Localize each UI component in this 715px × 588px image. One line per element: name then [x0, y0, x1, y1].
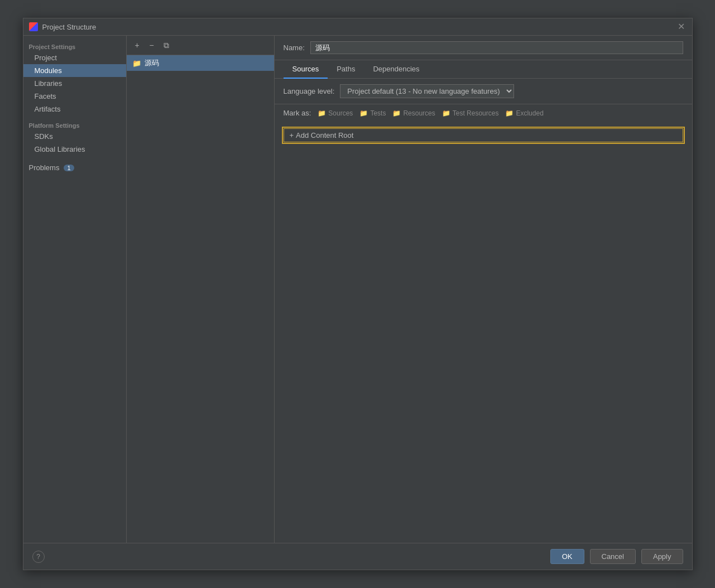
- mark-as-label: Mark as:: [284, 109, 311, 117]
- add-icon: +: [290, 131, 294, 139]
- mark-as-test-resources[interactable]: 📁 Test Resources: [442, 109, 499, 117]
- mark-as-resources[interactable]: 📁 Resources: [392, 109, 435, 117]
- module-list: 📁 源码: [127, 55, 274, 543]
- bottom-left: ?: [32, 551, 45, 563]
- copy-module-button[interactable]: ⧉: [160, 39, 172, 51]
- folder-icon: 📁: [132, 59, 141, 68]
- tab-dependencies[interactable]: Dependencies: [364, 60, 428, 79]
- apply-button[interactable]: Apply: [641, 549, 683, 564]
- tabs-row: Sources Paths Dependencies: [275, 60, 692, 79]
- mark-as-tests[interactable]: 📁 Tests: [359, 109, 386, 117]
- tab-sources[interactable]: Sources: [284, 60, 328, 79]
- test-resources-folder-icon: 📁: [442, 109, 450, 117]
- problems-badge: 1: [64, 165, 74, 171]
- sidebar: Project Settings Project Modules Librari…: [23, 36, 127, 543]
- name-input[interactable]: [310, 41, 683, 54]
- tests-folder-icon: 📁: [359, 109, 368, 117]
- sidebar-item-artifacts[interactable]: Artifacts: [23, 103, 126, 115]
- project-settings-label: Project Settings: [23, 41, 126, 51]
- content-main: [275, 149, 692, 543]
- dialog-body: Project Settings Project Modules Librari…: [23, 36, 692, 543]
- app-icon: [29, 22, 38, 31]
- help-button[interactable]: ?: [32, 551, 45, 563]
- mark-as-sources[interactable]: 📁 Sources: [318, 109, 353, 117]
- title-bar: Project Structure ✕: [23, 18, 692, 36]
- sidebar-item-sdks[interactable]: SDKs: [23, 130, 126, 143]
- sidebar-item-project[interactable]: Project: [23, 51, 126, 64]
- project-structure-dialog: Project Structure ✕ Project Settings Pro…: [23, 18, 693, 570]
- excluded-folder-icon: 📁: [505, 109, 514, 117]
- ok-button[interactable]: OK: [550, 549, 584, 564]
- add-module-button[interactable]: +: [131, 39, 143, 51]
- mark-as-row: Mark as: 📁 Sources 📁 Tests 📁 Resources 📁…: [275, 104, 692, 122]
- module-item[interactable]: 📁 源码: [127, 55, 274, 71]
- title-bar-left: Project Structure: [29, 22, 97, 31]
- problems-row[interactable]: Problems 1: [23, 161, 126, 174]
- add-content-root-button[interactable]: + Add Content Root: [284, 128, 683, 142]
- tab-paths[interactable]: Paths: [328, 60, 364, 79]
- module-panel: + − ⧉ 📁 源码: [127, 36, 275, 543]
- sidebar-item-facets[interactable]: Facets: [23, 90, 126, 103]
- module-name: 源码: [145, 58, 159, 68]
- sidebar-item-global-libraries[interactable]: Global Libraries: [23, 143, 126, 156]
- name-row: Name:: [275, 36, 692, 60]
- sources-folder-icon: 📁: [318, 109, 326, 117]
- platform-settings-label: Platform Settings: [23, 120, 126, 130]
- language-level-label: Language level:: [284, 87, 335, 95]
- bottom-bar: ? OK Cancel Apply: [23, 543, 692, 570]
- language-level-row: Language level: Project default (13 - No…: [275, 79, 692, 104]
- close-button[interactable]: ✕: [676, 22, 687, 32]
- module-toolbar: + − ⧉: [127, 36, 274, 55]
- remove-module-button[interactable]: −: [146, 39, 158, 51]
- name-label: Name:: [284, 44, 305, 52]
- dialog-title: Project Structure: [42, 23, 97, 31]
- sidebar-item-libraries[interactable]: Libraries: [23, 77, 126, 90]
- mark-as-excluded[interactable]: 📁 Excluded: [505, 109, 543, 117]
- resources-folder-icon: 📁: [392, 109, 401, 117]
- cancel-button[interactable]: Cancel: [590, 549, 636, 564]
- language-level-select[interactable]: Project default (13 - No new language fe…: [340, 84, 514, 98]
- content-panel: Name: Sources Paths Dependencies Languag…: [275, 36, 692, 543]
- sidebar-item-modules[interactable]: Modules: [23, 64, 126, 77]
